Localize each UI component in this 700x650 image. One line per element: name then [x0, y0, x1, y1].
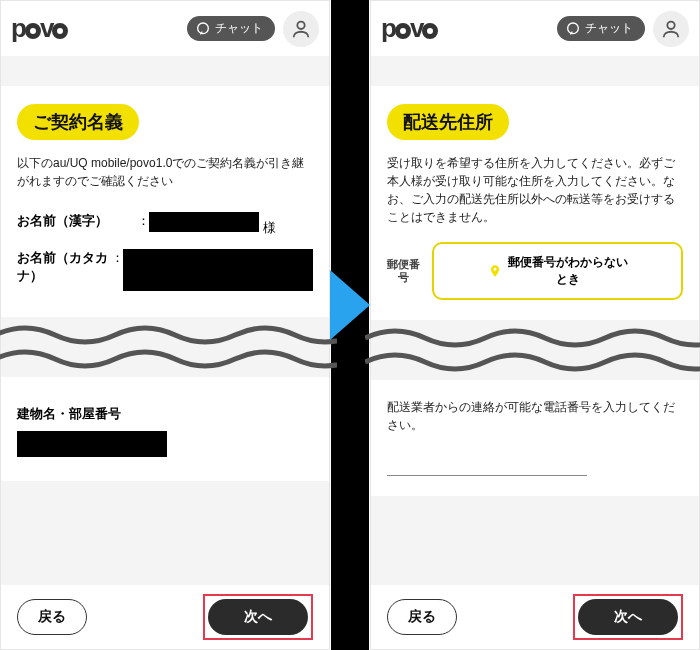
postal-code-lookup-label: 郵便番号がわからない とき: [508, 254, 628, 288]
back-button[interactable]: 戻る: [387, 599, 457, 635]
row-name-kanji: お名前（漢字） ： 様: [17, 206, 313, 243]
chat-icon: [565, 21, 581, 37]
content-area: 配送先住所 受け取りを希望する住所を入力してください。必ずご本人様が受け取り可能…: [371, 86, 699, 320]
section-title: 配送先住所: [387, 104, 509, 140]
next-button-highlight: 次へ: [203, 594, 313, 640]
building-label: 建物名・部屋番号: [17, 405, 313, 423]
chat-button[interactable]: チャット: [187, 16, 275, 41]
chat-button[interactable]: チャット: [557, 16, 645, 41]
footer-bar: 戻る 次へ: [371, 585, 699, 649]
postal-code-lookup-button[interactable]: 郵便番号がわからない とき: [432, 242, 683, 300]
profile-button[interactable]: [653, 11, 689, 47]
row-postal-code: 郵便番 号 郵便番号がわからない とき: [387, 242, 683, 300]
name-kana-label: お名前（カタカナ）: [17, 249, 111, 285]
postal-code-label: 郵便番 号: [387, 258, 420, 284]
svg-point-0: [198, 23, 209, 34]
user-icon: [660, 18, 682, 40]
colon: ：: [137, 212, 149, 230]
section-description: 受け取りを希望する住所を入力してください。必ずご本人様が受け取り可能な住所を入力…: [387, 154, 683, 226]
redacted-building: [17, 431, 167, 457]
honorific-suffix: 様: [263, 220, 276, 235]
app-header: pv チャット: [371, 1, 699, 56]
svg-point-1: [297, 21, 304, 28]
content-break-wave: [1, 317, 329, 377]
screen-contract-name: pv チャット ご契約名義 以下のau/UQ mobile/povo1.0でのご…: [0, 0, 330, 650]
next-button[interactable]: 次へ: [208, 599, 308, 635]
flow-arrow-icon: [330, 270, 370, 340]
next-button-highlight: 次へ: [573, 594, 683, 640]
chat-label: チャット: [215, 20, 263, 37]
section-title: ご契約名義: [17, 104, 139, 140]
logo-povo: pv: [381, 13, 437, 44]
redacted-name-kana: [123, 249, 313, 291]
back-button[interactable]: 戻る: [17, 599, 87, 635]
screen-shipping-address: pv チャット 配送先住所 受け取りを希望する住所を入力してください。必ずご本人…: [370, 0, 700, 650]
row-name-kana: お名前（カタカナ） ：: [17, 243, 313, 297]
colon: ：: [111, 249, 123, 267]
svg-marker-2: [330, 270, 370, 340]
svg-point-3: [568, 23, 579, 34]
logo-povo: pv: [11, 13, 67, 44]
app-header: pv チャット: [1, 1, 329, 56]
user-icon: [290, 18, 312, 40]
name-kanji-label: お名前（漢字）: [17, 212, 137, 230]
profile-button[interactable]: [283, 11, 319, 47]
phone-input[interactable]: [387, 450, 587, 476]
svg-point-4: [667, 21, 674, 28]
section-description: 以下のau/UQ mobile/povo1.0でのご契約名義が引き継がれますので…: [17, 154, 313, 190]
map-pin-icon: [488, 262, 502, 280]
redacted-name-kanji: [149, 212, 259, 232]
chat-icon: [195, 21, 211, 37]
content-break-wave: [371, 320, 699, 380]
phone-note: 配送業者からの連絡が可能な電話番号を入力してください。: [387, 398, 683, 434]
content-area: ご契約名義 以下のau/UQ mobile/povo1.0でのご契約名義が引き継…: [1, 86, 329, 317]
chat-label: チャット: [585, 20, 633, 37]
next-button[interactable]: 次へ: [578, 599, 678, 635]
footer-bar: 戻る 次へ: [1, 585, 329, 649]
svg-point-5: [493, 268, 496, 271]
